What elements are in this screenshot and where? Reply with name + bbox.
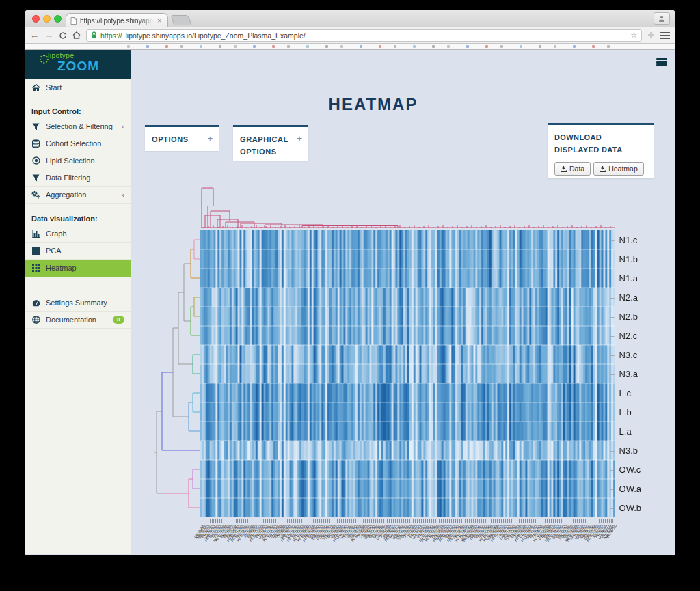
sidebar-toggle-button[interactable] <box>656 58 667 66</box>
browser-window: https://lipotype.shinyapps. × ← → https:… <box>25 10 675 555</box>
padlock-icon <box>91 31 97 39</box>
bookmark-favicon[interactable] <box>539 45 541 48</box>
sidebar-item-data-filtering[interactable]: Data Filtering <box>25 169 131 187</box>
bookmark-favicon[interactable] <box>379 45 381 48</box>
url-bar[interactable]: https:// lipotype.shinyapps.io/Lipotype_… <box>86 29 642 42</box>
bookmarks-bar[interactable] <box>25 44 675 50</box>
bookmark-favicon[interactable] <box>287 45 290 48</box>
row-tick: – <box>610 256 615 263</box>
row-tick: – <box>610 447 615 454</box>
download-heatmap-button[interactable]: Heatmap <box>593 162 644 176</box>
sidebar-item-cohort-selection[interactable]: Cohort Selection <box>25 135 131 152</box>
reload-button[interactable] <box>59 31 67 40</box>
back-button[interactable]: ← <box>30 31 39 40</box>
bookmark-favicon[interactable] <box>234 45 237 48</box>
heatmap-row-label: –OW.a <box>610 479 641 498</box>
gears-icon <box>31 191 40 199</box>
bookmark-favicon[interactable] <box>607 45 610 48</box>
options-panel-label: OPTIONS <box>152 135 189 143</box>
row-tick: – <box>610 466 615 473</box>
bookmark-favicon[interactable] <box>500 45 503 48</box>
bookmark-favicon[interactable] <box>413 45 416 48</box>
bookmark-favicon[interactable] <box>520 45 522 48</box>
expand-plus-icon[interactable]: + <box>207 133 213 143</box>
filter-icon <box>31 174 40 182</box>
globe-icon <box>31 316 40 324</box>
forward-button[interactable]: → <box>44 31 53 40</box>
bookmark-favicon[interactable] <box>447 45 450 48</box>
heatmap-row-label: –OW.c <box>610 460 641 479</box>
download-panel-title: DOWNLOAD DISPLAYED DATA <box>554 133 623 154</box>
bookmark-favicon[interactable] <box>219 45 221 48</box>
expand-plus-icon[interactable]: + <box>297 133 302 143</box>
extension-icon[interactable] <box>647 31 655 39</box>
bookmark-favicon[interactable] <box>200 45 202 48</box>
sidebar-item-label: Aggregation <box>46 191 116 199</box>
bookmark-favicon[interactable] <box>432 45 435 48</box>
close-window-button[interactable] <box>32 15 40 23</box>
options-panel[interactable]: OPTIONS + <box>145 125 219 151</box>
sidebar-item-lipid-selection[interactable]: Lipid Selection <box>25 152 131 169</box>
sidebar-item-label: Graph <box>46 230 124 238</box>
sidebar-item-label: Cohort Selection <box>46 139 124 148</box>
heatmap-plot[interactable] <box>200 230 615 517</box>
bookmark-favicon[interactable] <box>272 45 275 48</box>
bookmark-favicon[interactable] <box>592 45 595 48</box>
new-tab-button[interactable] <box>171 15 192 25</box>
profile-button[interactable] <box>654 12 670 25</box>
heatmap-row-label: –N3.b <box>610 441 638 460</box>
browser-toolbar: ← → https:// lipotype.shinyapps.io/Lipot… <box>25 27 675 44</box>
sidebar-item-documentation[interactable]: Documentation!! <box>25 312 131 329</box>
filter-icon <box>31 123 40 130</box>
notification-badge: !! <box>113 316 124 324</box>
bookmark-favicon[interactable] <box>554 45 556 48</box>
heatmap-row-label: –N3.a <box>610 364 638 383</box>
sidebar-item-heatmap[interactable]: Heatmap <box>25 260 131 277</box>
row-tick: – <box>610 409 615 416</box>
bookmark-favicon[interactable] <box>360 45 362 48</box>
database-icon <box>31 139 40 148</box>
tab-title: https://lipotype.shinyapps. <box>80 17 154 25</box>
browser-menu-button[interactable] <box>660 32 670 39</box>
sidebar-spacer <box>25 277 131 294</box>
app-logo[interactable]: lipotype ZOOM <box>25 50 131 79</box>
bookmark-favicon[interactable] <box>306 45 309 48</box>
bookmark-favicon[interactable] <box>165 45 168 48</box>
bookmark-favicon[interactable] <box>180 45 183 48</box>
sidebar-item-graph[interactable]: Graph <box>25 225 131 243</box>
bookmark-favicon[interactable] <box>146 45 149 48</box>
download-icon <box>561 166 567 172</box>
row-dendrogram <box>154 230 200 517</box>
sidebar-item-selection-filtering[interactable]: Selection & Filtering‹ <box>25 118 131 135</box>
sidebar-item-label: Settings Summary <box>46 299 124 307</box>
graphical-options-panel[interactable]: GRAPHICAL OPTIONS + <box>233 125 308 161</box>
sidebar-item-pca[interactable]: PCA <box>25 243 131 260</box>
bookmark-favicon[interactable] <box>127 45 130 48</box>
zoom-window-button[interactable] <box>54 15 62 23</box>
column-dendrogram <box>200 180 618 229</box>
row-tick: – <box>610 275 615 282</box>
bookmark-favicon[interactable] <box>340 45 343 48</box>
sidebar-section-header: Data visualization: <box>25 210 131 225</box>
bookmark-favicon[interactable] <box>573 45 576 48</box>
bookmark-favicon[interactable] <box>325 45 328 48</box>
heatmap-row-label: –N1.a <box>610 269 638 288</box>
sidebar-item-start[interactable]: Start <box>25 79 131 96</box>
tab-close-icon[interactable]: × <box>157 17 161 25</box>
bookmark-favicon[interactable] <box>394 45 396 48</box>
bookmark-favicon[interactable] <box>466 45 469 48</box>
bookmark-favicon[interactable] <box>253 45 256 48</box>
minimize-window-button[interactable] <box>43 15 51 23</box>
bookmark-star-icon[interactable]: ☆ <box>630 31 637 40</box>
download-data-button[interactable]: Data <box>554 162 591 176</box>
row-tick: – <box>610 236 615 244</box>
row-tick: – <box>610 504 615 512</box>
sidebar-item-aggregation[interactable]: Aggregation‹ <box>25 187 131 204</box>
sidebar-item-settings-summary[interactable]: Settings Summary <box>25 294 131 312</box>
main-content: HEATMAP OPTIONS + GRAPHICAL OPTIONS + DO… <box>131 50 675 554</box>
browser-tab[interactable]: https://lipotype.shinyapps. × <box>66 13 168 27</box>
bookmark-favicon[interactable] <box>485 45 488 48</box>
screenshot-stage: https://lipotype.shinyapps. × ← → https:… <box>0 0 700 591</box>
home-button[interactable] <box>72 31 81 39</box>
person-icon <box>658 15 665 22</box>
